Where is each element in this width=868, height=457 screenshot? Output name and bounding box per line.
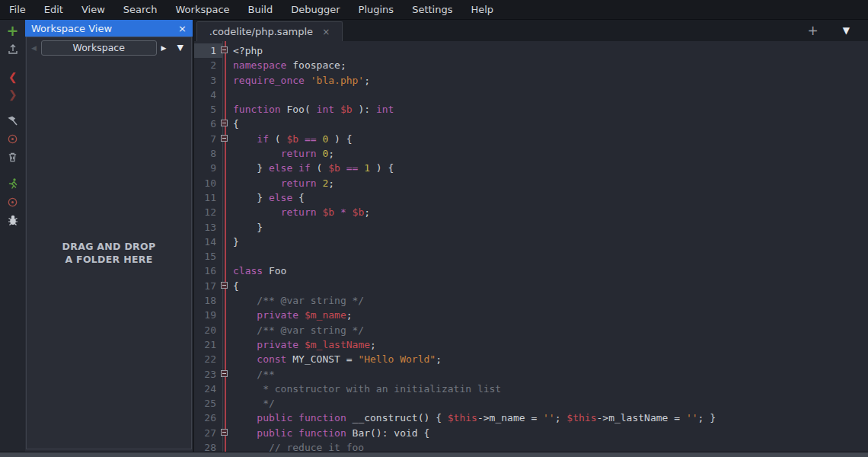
close-icon[interactable]: × <box>322 27 330 37</box>
code-text: return $b * $b; <box>233 205 370 219</box>
code-line[interactable]: 23 /** <box>194 367 868 382</box>
code-text: if ( $b == 0 ) { <box>233 132 353 146</box>
line-number: 13 <box>194 220 222 235</box>
folder-dropzone[interactable]: DRAG AND DROP A FOLDER HERE <box>27 58 191 449</box>
code-text: } <box>233 220 263 235</box>
stop-build-icon[interactable] <box>6 132 20 145</box>
debug-bug-icon[interactable] <box>6 213 20 227</box>
code-text: public function __construct() { $this->m… <box>233 411 716 425</box>
code-text: /** @var string */ <box>233 323 364 337</box>
back-icon[interactable]: ❮ <box>6 70 20 84</box>
code-line[interactable]: 7 if ( $b == 0 ) { <box>194 132 868 146</box>
line-number: 6 <box>194 117 222 131</box>
bottom-strip <box>0 452 868 457</box>
code-line[interactable]: 9 } else if ( $b == 1 ) { <box>194 161 868 175</box>
menu-item-plugins[interactable]: Plugins <box>349 0 404 19</box>
code-line[interactable]: 2namespace foospace; <box>194 58 868 72</box>
menu-item-search[interactable]: Search <box>114 0 167 19</box>
menu-item-edit[interactable]: Edit <box>35 0 72 19</box>
menu-item-build[interactable]: Build <box>239 0 282 19</box>
workspace-view-tab[interactable]: Workspace View × <box>25 20 193 37</box>
line-number: 21 <box>194 337 222 352</box>
fold-margin <box>222 205 233 219</box>
menu-item-view[interactable]: View <box>72 0 114 19</box>
fold-marker-icon[interactable] <box>221 135 228 142</box>
line-number: 18 <box>194 293 222 308</box>
line-number: 10 <box>194 176 222 190</box>
fold-margin <box>222 323 233 337</box>
code-line[interactable]: 1<?php <box>194 43 868 58</box>
stop-run-icon[interactable] <box>6 195 20 209</box>
code-line[interactable]: 10 return 2; <box>194 176 868 190</box>
line-number: 24 <box>194 382 222 396</box>
workspace-panel: Workspace View × ◀ Workspace ▶ ▼ DRAG AN… <box>25 20 194 457</box>
fold-marker-icon[interactable] <box>221 429 228 436</box>
code-line[interactable]: 13 } <box>194 220 868 235</box>
menu-bar: FileEditViewSearchWorkspaceBuildDebugger… <box>0 0 868 20</box>
line-number: 22 <box>194 352 222 366</box>
code-text: const MY_CONST = "Hello World"; <box>233 352 442 366</box>
fold-margin <box>222 352 233 366</box>
fold-marker-icon[interactable] <box>221 120 228 126</box>
code-line[interactable]: 22 const MY_CONST = "Hello World"; <box>194 352 868 366</box>
clean-trash-icon[interactable] <box>6 150 20 164</box>
code-line[interactable]: 3require_once 'bla.php'; <box>194 73 868 88</box>
scroll-left-icon[interactable]: ◀ <box>31 44 37 52</box>
export-icon[interactable] <box>6 43 20 56</box>
fold-margin <box>222 337 233 352</box>
menu-item-workspace[interactable]: Workspace <box>166 0 238 19</box>
tab-list-dropdown-icon[interactable]: ▼ <box>843 25 850 36</box>
code-line[interactable]: 14} <box>194 235 868 249</box>
code-line[interactable]: 4 <box>194 88 868 102</box>
line-number: 1 <box>194 43 222 58</box>
code-editor[interactable]: 1<?php2namespace foospace;3require_once … <box>194 41 868 457</box>
code-line[interactable]: 18 /** @var string */ <box>194 293 868 308</box>
fold-margin <box>222 146 233 161</box>
code-line[interactable]: 6{ <box>194 117 868 131</box>
menu-item-debugger[interactable]: Debugger <box>282 0 349 19</box>
code-text: require_once 'bla.php'; <box>233 73 370 88</box>
panel-dropdown-icon[interactable]: ▼ <box>177 43 183 53</box>
new-tab-icon[interactable]: + <box>808 23 819 38</box>
code-line[interactable]: 15 <box>194 249 868 264</box>
menu-item-help[interactable]: Help <box>461 0 503 19</box>
fold-margin <box>222 102 233 117</box>
code-line[interactable]: 17{ <box>194 279 868 293</box>
tabbar-controls: + ▼ <box>808 20 868 41</box>
code-text: /** @var string */ <box>233 293 364 308</box>
code-line[interactable]: 11 } else { <box>194 190 868 205</box>
code-line[interactable]: 16class Foo <box>194 264 868 278</box>
fold-marker-icon[interactable] <box>221 46 228 53</box>
code-line[interactable]: 25 */ <box>194 396 868 411</box>
code-line[interactable]: 8 return 0; <box>194 146 868 161</box>
fold-margin <box>222 308 233 322</box>
fold-margin <box>222 249 233 264</box>
code-line[interactable]: 24 * constructor with an initializatin l… <box>194 382 868 396</box>
tab-php-sample[interactable]: .codelite/php.sample × <box>196 21 343 41</box>
fold-marker-icon[interactable] <box>221 282 228 289</box>
run-icon[interactable] <box>6 177 20 190</box>
workspace-panel-body: ◀ Workspace ▶ ▼ DRAG AND DROP A FOLDER H… <box>26 37 192 449</box>
workspace-tab-button[interactable]: Workspace <box>41 40 157 56</box>
code-line[interactable]: 5function Foo( int $b ): int <box>194 102 868 117</box>
code-text: */ <box>233 396 275 411</box>
code-line[interactable]: 26 public function __construct() { $this… <box>194 411 868 425</box>
fold-marker-icon[interactable] <box>221 370 228 377</box>
code-line[interactable]: 27 public function Bar(): void { <box>194 426 868 440</box>
scroll-right-icon[interactable]: ▶ <box>161 44 167 52</box>
code-line[interactable]: 12 return $b * $b; <box>194 205 868 219</box>
menu-item-settings[interactable]: Settings <box>403 0 461 19</box>
fold-margin <box>222 382 233 396</box>
code-text: return 2; <box>233 176 334 190</box>
fold-margin <box>222 43 233 58</box>
code-line[interactable]: 21 private $m_lastName; <box>194 337 868 352</box>
build-hammer-icon[interactable] <box>6 114 20 128</box>
code-line[interactable]: 20 /** @var string */ <box>194 323 868 337</box>
code-line[interactable]: 19 private $m_name; <box>194 308 868 322</box>
codelite-window: FileEditViewSearchWorkspaceBuildDebugger… <box>0 0 868 457</box>
forward-icon[interactable]: ❯ <box>6 88 20 101</box>
menu-item-file[interactable]: File <box>0 0 35 19</box>
close-icon[interactable]: × <box>178 23 187 34</box>
new-plus-icon[interactable]: + <box>6 24 20 37</box>
line-number: 20 <box>194 323 222 337</box>
